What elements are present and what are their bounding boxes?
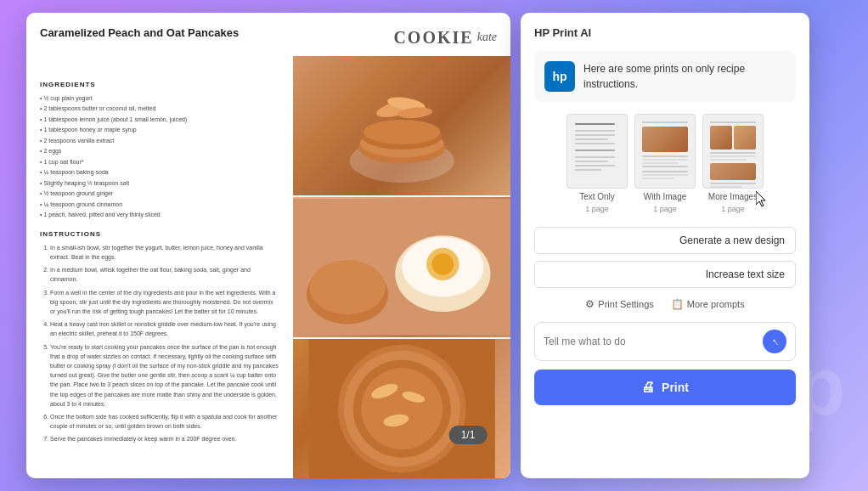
list-item: Serve the pancakes immediately or keep w… [50,434,279,443]
gear-icon: ⚙ [585,298,595,310]
recipe-body: INGREDIENTS ½ cup plain yogurt 2 tablesp… [26,56,510,478]
print-previews: Text Only 1 page [534,114,796,213]
svg-point-4 [364,120,440,144]
send-arrow-icon: ↑ [768,335,781,349]
more-prompts-label: More prompts [687,299,745,309]
list-item: ¼ teaspoon baking soda [40,167,279,178]
preview-sublabel-text-only: 1 page [585,205,609,213]
preview-sublabel-with-image: 1 page [653,205,677,213]
increase-text-size-button[interactable]: Increase text size [534,261,796,288]
brand-kate: kate [477,31,497,44]
preview-thumbnail-text-only [566,114,628,189]
list-item: You're ready to start cooking your panca… [50,342,279,409]
ai-message-text: Here are some prints on only recipe inst… [583,61,786,92]
list-item: 2 eggs [40,146,279,157]
food-image-bot [293,339,511,478]
recipe-images-area [293,56,511,478]
ai-panel-title: HP Print AI [534,26,796,39]
preview-label-more-images: More Images [708,192,758,201]
ai-message-box: hp Here are some prints on only recipe i… [534,51,796,102]
ingredients-heading: INGREDIENTS [40,80,279,90]
list-item: ½ cup plain yogurt [40,93,279,104]
ingredient-list: ½ cup plain yogurt 2 tablespoons butter … [40,93,279,221]
food-image-mid [293,197,511,336]
preview-img-block [642,127,688,152]
instructions-heading: INSTRUCTIONS [40,229,279,240]
recipe-layout: Caramelized Peach and Oat Pancakes COOKI… [26,13,510,478]
input-area: ↑ [534,322,796,361]
tell-me-input[interactable] [544,336,756,347]
svg-point-14 [431,253,454,275]
hp-logo: hp [544,61,575,92]
preview-more-images[interactable]: More Images 1 page [702,114,764,213]
calendar-icon: 📋 [671,298,684,310]
print-button-label: Print [662,381,689,394]
preview-label-with-image: With Image [644,192,687,201]
send-button[interactable]: ↑ [763,330,786,353]
page-counter: 1/1 [449,426,488,444]
list-item: ½ teaspoon ground ginger [40,189,279,200]
ai-panel: HP Print AI hp Here are some prints on o… [521,13,809,478]
instruction-list: In a small-ish bowl, stir together the y… [40,243,279,444]
recipe-title: Caramelized Peach and Oat Pancakes [40,26,239,41]
list-item: 1 peach, halved, pitted and very thinly … [40,210,279,221]
food-image-top [293,56,511,195]
print-settings-link[interactable]: ⚙ Print Settings [585,298,653,310]
brand-cookie: COOKIE [393,28,473,48]
list-item: In a small-ish bowl, stir together the y… [50,243,279,262]
svg-point-10 [309,260,386,314]
list-item: 2 tablespoons butter or coconut oil, mel… [40,104,279,115]
settings-row: ⚙ Print Settings 📋 More prompts [534,298,796,310]
print-settings-label: Print Settings [598,299,653,309]
hp-logo-text: hp [552,70,566,83]
more-prompts-link[interactable]: 📋 More prompts [671,298,745,310]
preview-thumbnail-with-image [634,114,696,189]
list-item: Once the bottom side has cooked sufficie… [50,412,279,431]
list-item: Slightly heaping ½ teaspoon salt [40,178,279,189]
list-item: Heat a heavy cast iron skillet or nonsti… [50,319,279,338]
preview-sublabel-more-images: 1 page [721,205,745,213]
preview-thumbnail-more-images [702,114,764,189]
recipe-panel: Caramelized Peach and Oat Pancakes COOKI… [26,13,510,478]
list-item: In a medium bowl, whisk together the oat… [50,265,279,284]
svg-point-19 [361,368,442,449]
list-item: 1 cup oat flour* [40,157,279,168]
preview-text-only[interactable]: Text Only 1 page [566,114,628,213]
print-button[interactable]: 🖨 Print [534,370,796,405]
list-item: Form a well in the center of the dry ing… [50,288,279,317]
recipe-brand: COOKIE kate [393,28,497,48]
recipe-text-area[interactable]: INGREDIENTS ½ cup plain yogurt 2 tablesp… [26,56,293,478]
main-container: Caramelized Peach and Oat Pancakes COOKI… [26,13,842,478]
list-item: 1 tablespoon honey or maple syrup [40,125,279,136]
list-item: 2 teaspoons vanilla extract [40,136,279,147]
generate-new-design-button[interactable]: Generate a new design [534,227,796,254]
recipe-header: Caramelized Peach and Oat Pancakes COOKI… [26,13,510,56]
list-item: 1 tablespoon lemon juice (about 1 small … [40,115,279,126]
action-buttons: Generate a new design Increase text size [534,227,796,288]
list-item: ¼ teaspoon ground cinnamon [40,200,279,211]
preview-with-image[interactable]: With Image 1 page [634,114,696,213]
preview-label-text-only: Text Only [579,192,615,201]
printer-icon: 🖨 [641,380,655,395]
